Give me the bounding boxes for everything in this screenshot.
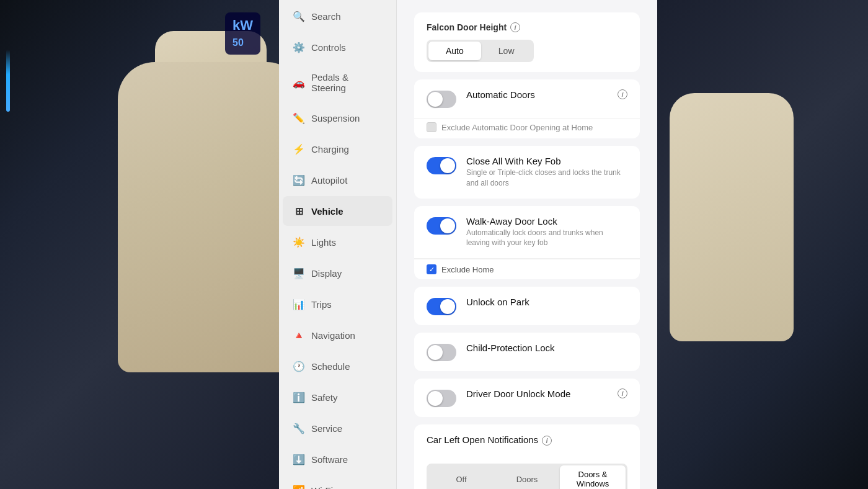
auto-door-sub-checkbox-row: Exclude Automatic Door Opening at Home [414,119,640,138]
close-all-key-fob-card: Close All With Key Fob Single or Triple-… [414,146,640,199]
pedals-icon: 🚗 [293,76,305,89]
main-content: Falcon Door Height i Auto Low Automatic … [397,0,657,489]
close-all-key-fob-row: Close All With Key Fob Single or Triple-… [414,146,640,199]
close-all-key-fob-toggle-container [427,157,456,174]
automatic-doors-title: Automatic Doors [466,89,608,100]
child-protection-toggle-container [427,344,456,361]
sidebar-item-pedals[interactable]: 🚗 Pedals & Steering [283,63,392,102]
driver-door-unlock-toggle[interactable] [427,390,456,407]
charging-icon: ⚡ [293,143,305,155]
sidebar-item-display[interactable]: 🖥️ Display [283,258,392,288]
vehicle-icon: ⊞ [293,205,305,217]
walk-away-door-lock-card: Walk-Away Door Lock Automatically lock d… [414,206,640,280]
close-all-key-fob-desc: Single or Triple-click closes and locks … [466,168,627,189]
automatic-doors-row: Automatic Doors i [414,79,640,119]
walk-away-exclude-home-label: Exclude Home [441,265,494,274]
car-left-open-title-row: Car Left Open Notifications i [427,434,552,446]
close-all-key-fob-toggle[interactable] [427,157,456,174]
unlock-on-park-info: Unlock on Park [466,297,627,308]
auto-door-exclude-home-label: Exclude Automatic Door Opening at Home [441,123,593,132]
falcon-door-height-info-icon[interactable]: i [510,22,520,32]
sidebar-item-wifi[interactable]: 📶 Wi-Fi [283,475,392,489]
falcon-door-height-title: Falcon Door Height i [427,22,627,32]
auto-door-exclude-home-checkbox[interactable] [427,122,436,132]
safety-icon: ℹ️ [293,391,305,403]
trips-icon: 📊 [293,298,305,310]
car-left-open-doors-windows-button[interactable]: Doors & Windows [560,465,626,489]
lights-icon: ☀️ [293,236,305,248]
automatic-doors-info: Automatic Doors [466,89,608,101]
sidebar-item-charging[interactable]: ⚡ Charging [283,134,392,164]
driver-door-unlock-title: Driver Door Unlock Mode [466,388,608,399]
driver-door-unlock-card: Driver Door Unlock Mode i [414,379,640,417]
unlock-on-park-row: Unlock on Park [414,287,640,325]
child-protection-title: Child-Protection Lock [466,343,627,353]
speed-bar [6,50,10,112]
right-seat-visual [670,93,794,341]
child-protection-row: Child-Protection Lock [414,333,640,371]
left-side-panel: kW50 [0,0,279,489]
unlock-on-park-title: Unlock on Park [466,297,627,307]
software-icon: ⬇️ [293,453,305,465]
walk-away-door-lock-info: Walk-Away Door Lock Automatically lock d… [466,216,627,249]
tablet-panel: 🔍 Search ⚙️ Controls 🚗 Pedals & Steering… [279,0,657,489]
child-protection-card: Child-Protection Lock [414,333,640,371]
walk-away-door-lock-toggle[interactable] [427,217,456,235]
driver-door-unlock-info: Driver Door Unlock Mode [466,388,608,400]
automatic-doors-toggle[interactable] [427,91,456,108]
sidebar-item-safety[interactable]: ℹ️ Safety [283,382,392,412]
sidebar-item-controls[interactable]: ⚙️ Controls [283,32,392,62]
walk-away-door-lock-row: Walk-Away Door Lock Automatically lock d… [414,206,640,259]
car-left-open-row: Car Left Open Notifications i Off Doors … [414,424,640,489]
child-protection-toggle[interactable] [427,344,456,361]
walk-away-door-lock-title: Walk-Away Door Lock [466,216,627,227]
car-left-open-segmented-control: Off Doors Doors & Windows [427,464,627,489]
automatic-doors-card: Automatic Doors i Exclude Automatic Door… [414,79,640,138]
driver-door-unlock-toggle-container [427,390,456,407]
wifi-icon: 📶 [293,484,305,489]
seat-visual [118,62,279,372]
controls-icon: ⚙️ [293,41,305,53]
sidebar-item-autopilot[interactable]: 🔄 Autopilot [283,165,392,195]
navigation-icon: 🔺 [293,329,305,341]
sidebar-item-schedule[interactable]: 🕐 Schedule [283,351,392,381]
car-left-open-info-icon[interactable]: i [542,436,552,446]
suspension-icon: ✏️ [293,112,305,124]
sidebar: 🔍 Search ⚙️ Controls 🚗 Pedals & Steering… [279,0,397,489]
walk-away-door-lock-desc: Automatically lock doors and trunks when… [466,228,627,249]
walk-away-door-lock-toggle-container [427,217,456,235]
walk-away-exclude-home-checkbox[interactable]: ✓ [427,264,436,274]
kw-display: kW50 [225,12,260,55]
service-icon: 🔧 [293,422,305,434]
schedule-icon: 🕐 [293,360,305,372]
close-all-key-fob-info: Close All With Key Fob Single or Triple-… [466,156,627,189]
car-left-open-off-button[interactable]: Off [428,465,494,489]
car-left-open-doors-button[interactable]: Doors [494,465,560,489]
sidebar-item-vehicle[interactable]: ⊞ Vehicle [283,196,392,226]
sidebar-item-lights[interactable]: ☀️ Lights [283,227,392,257]
display-icon: 🖥️ [293,267,305,279]
sidebar-item-trips[interactable]: 📊 Trips [283,289,392,319]
child-protection-info: Child-Protection Lock [466,343,627,354]
door-height-low-button[interactable]: Low [481,42,532,60]
search-icon: 🔍 [293,10,305,22]
driver-door-unlock-row: Driver Door Unlock Mode i [414,379,640,417]
walk-away-exclude-home-row: ✓ Exclude Home [414,259,640,279]
sidebar-item-navigation[interactable]: 🔺 Navigation [283,320,392,350]
sidebar-item-software[interactable]: ⬇️ Software [283,444,392,474]
close-all-key-fob-title: Close All With Key Fob [466,156,627,166]
door-height-auto-button[interactable]: Auto [428,42,481,60]
automatic-doors-toggle-container [427,91,456,108]
falcon-door-height-section: Falcon Door Height i Auto Low [414,12,640,72]
unlock-on-park-card: Unlock on Park [414,287,640,325]
car-left-open-title: Car Left Open Notifications [427,434,538,445]
sidebar-item-search[interactable]: 🔍 Search [283,1,392,31]
right-side-panel [657,0,868,489]
sidebar-item-service[interactable]: 🔧 Service [283,413,392,443]
sidebar-item-suspension[interactable]: ✏️ Suspension [283,103,392,133]
driver-door-unlock-info-icon[interactable]: i [618,388,627,398]
automatic-doors-info-icon[interactable]: i [618,89,627,99]
unlock-on-park-toggle-container [427,298,456,315]
unlock-on-park-toggle[interactable] [427,298,456,315]
car-left-open-card: Car Left Open Notifications i Off Doors … [414,424,640,489]
